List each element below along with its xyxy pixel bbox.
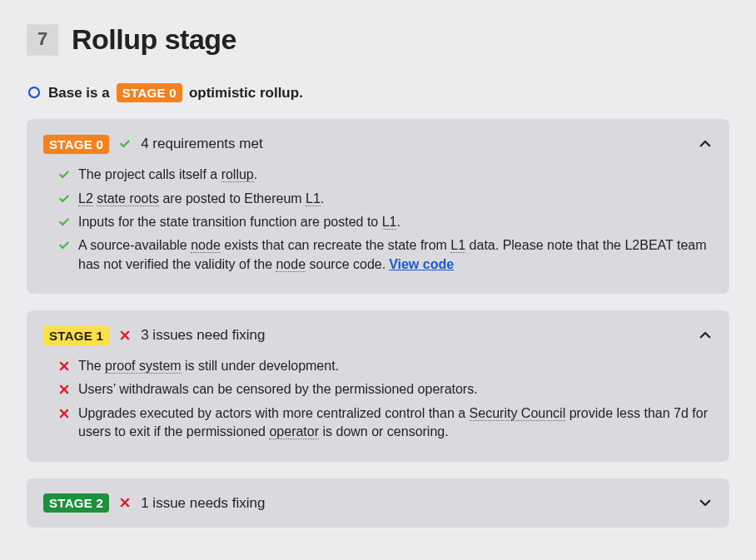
stage-card-header[interactable]: STAGE 13 issues need fixing [43,325,713,345]
chevron-down-icon [698,495,713,510]
check-icon [119,138,131,150]
glossary-term[interactable]: rollup [221,167,254,182]
glossary-term[interactable]: operator [269,424,319,439]
check-icon [58,169,70,181]
glossary-term[interactable]: Security Council [470,406,566,421]
stage-item: A source-available node exists that can … [58,236,713,274]
stage-summary: 3 issues need fixing [141,325,688,345]
stage-item: The project calls itself a rollup. [58,166,713,184]
rollup-type-icon [27,85,42,100]
stage-item-text: The proof system is still under developm… [78,357,713,375]
section-header: 7 Rollup stage [27,20,729,60]
intro-suffix: optimistic rollup. [189,83,303,103]
chevron-up-icon [698,328,713,343]
stage-item: L2 state roots are posted to Ethereum L1… [58,190,713,208]
check-icon [58,240,70,251]
check-icon [58,216,70,228]
glossary-term[interactable]: proof system [105,359,182,374]
check-icon [58,193,70,205]
stage-card: STAGE 04 requirements metThe project cal… [27,119,729,294]
stage-summary: 1 issue needs fixing [141,493,688,513]
stage-item-text: L2 state roots are posted to Ethereum L1… [78,190,713,208]
stage-item-text: Upgrades executed by actors with more ce… [78,404,713,442]
stage-item: Upgrades executed by actors with more ce… [58,404,713,442]
stage-card-header[interactable]: STAGE 04 requirements met [43,134,713,154]
stage-card-header[interactable]: STAGE 21 issue needs fixing [43,493,713,513]
stage-item: The proof system is still under developm… [58,357,713,375]
stage-card: STAGE 21 issue needs fixing [27,478,729,528]
section-number-badge: 7 [27,24,58,56]
stage-item-list: The proof system is still under developm… [43,357,713,442]
intro-line: Base is a STAGE 0 optimistic rollup. [27,83,729,103]
stage-item: Users’ withdrawals can be censored by th… [58,380,713,399]
x-icon [58,360,70,372]
glossary-term[interactable]: L1 [306,191,321,206]
glossary-term[interactable]: state roots [97,191,159,206]
stage-item-text: Inputs for the state transition function… [78,213,713,231]
x-icon [58,384,70,395]
stage-item-text: Users’ withdrawals can be censored by th… [78,380,713,399]
stage-badge: STAGE 2 [43,493,109,513]
glossary-term[interactable]: L1 [450,238,465,253]
x-icon [58,408,70,419]
stage-item-text: A source-available node exists that can … [78,236,713,274]
stage-summary: 4 requirements met [141,134,688,154]
chevron-up-icon [698,136,713,151]
glossary-term[interactable]: node [191,238,221,253]
glossary-term[interactable]: L2 [78,191,93,206]
section-title: Rollup stage [72,20,236,60]
stage-card: STAGE 13 issues need fixingThe proof sys… [27,310,729,461]
stage-item: Inputs for the state transition function… [58,213,713,231]
stage-badge: STAGE 1 [43,326,109,345]
stage-item-list: The project calls itself a rollup.L2 sta… [43,166,713,274]
glossary-term[interactable]: L1 [382,215,397,230]
view-code-link[interactable]: View code [389,257,454,271]
intro-prefix: Base is a [48,83,110,103]
stage-badge: STAGE 0 [43,135,109,154]
x-icon [119,330,131,341]
x-icon [119,497,131,508]
intro-stage-badge: STAGE 0 [117,83,182,102]
stage-item-text: The project calls itself a rollup. [78,166,713,184]
glossary-term[interactable]: node [276,257,306,272]
